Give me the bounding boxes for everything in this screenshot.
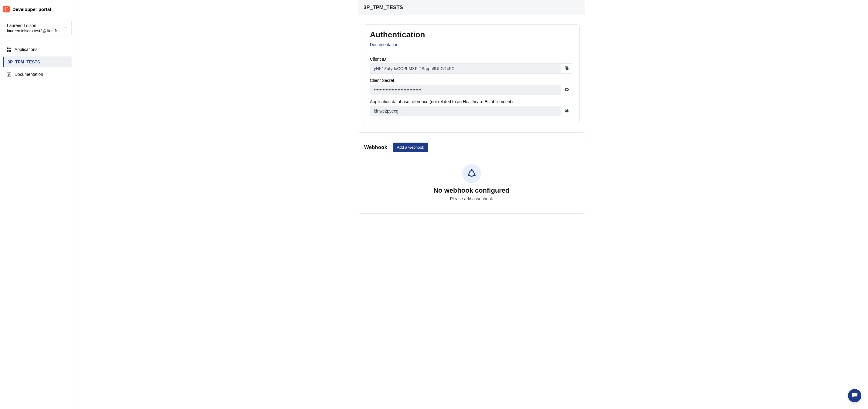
svg-point-10	[566, 89, 567, 90]
documentation-link[interactable]: Documentation	[370, 42, 399, 47]
chat-support-button[interactable]	[848, 389, 861, 402]
webhook-icon	[466, 168, 477, 180]
svg-rect-1	[7, 47, 8, 49]
sidebar: Developper portal Laureen Loison laureen…	[0, 0, 75, 409]
webhook-empty-icon-wrap	[462, 164, 481, 183]
main-content: 3P_TPM_TESTS Authentication Documentatio…	[75, 0, 868, 409]
chevron-down-icon	[63, 26, 68, 31]
auth-card: Authentication Documentation Client ID C…	[364, 24, 580, 123]
svg-rect-2	[7, 50, 8, 52]
client-id-field[interactable]	[370, 63, 561, 74]
eye-icon	[564, 87, 569, 93]
client-id-row	[370, 63, 573, 74]
db-ref-row	[370, 106, 573, 116]
copy-db-ref-button[interactable]	[561, 106, 573, 116]
svg-rect-3	[9, 50, 11, 52]
chat-icon	[851, 392, 858, 400]
auth-title: Authentication	[370, 30, 573, 39]
sidebar-item-documentation[interactable]: Documentation	[3, 68, 71, 80]
brand: Developper portal	[3, 4, 71, 16]
sidebar-item-applications[interactable]: Applications	[3, 44, 71, 55]
svg-rect-11	[566, 110, 568, 112]
client-id-label: Client ID	[370, 57, 573, 62]
copy-client-id-button[interactable]	[561, 63, 573, 74]
db-ref-label: Application database reference (not rela…	[370, 99, 573, 104]
user-email: laureen.loison+test2@lifen.fr	[7, 29, 57, 33]
webhook-empty-subtitle: Please add a webhook	[450, 196, 493, 201]
webhook-empty-title: No webhook configured	[433, 186, 509, 195]
brand-logo-icon	[3, 6, 10, 12]
svg-rect-0	[3, 6, 10, 12]
webhook-header: Webhook Add a webhook	[364, 143, 579, 152]
db-ref-field[interactable]	[370, 106, 561, 116]
webhook-empty-state: No webhook configured Please add a webho…	[364, 164, 579, 201]
sidebar-item-label: Documentation	[14, 72, 43, 77]
grid-plus-icon	[6, 47, 11, 52]
user-name: Laureen Loison	[7, 23, 57, 28]
sidebar-item-active-app[interactable]: 3P_TPM_TESTS	[3, 56, 71, 67]
toggle-secret-visibility-button[interactable]	[561, 85, 573, 95]
sidebar-item-label: 3P_TPM_TESTS	[8, 59, 40, 64]
svg-rect-8	[566, 67, 568, 70]
app-card: 3P_TPM_TESTS Authentication Documentatio…	[358, 0, 585, 133]
webhook-title: Webhook	[364, 144, 387, 150]
copy-icon	[564, 108, 569, 114]
brand-title: Developper portal	[12, 7, 51, 12]
user-info: Laureen Loison laureen.loison+test2@life…	[7, 23, 57, 33]
copy-icon	[564, 66, 569, 71]
sidebar-item-label: Applications	[14, 47, 38, 52]
add-webhook-button[interactable]: Add a webhook	[393, 143, 429, 152]
user-account-switcher[interactable]: Laureen Loison laureen.loison+test2@life…	[3, 20, 71, 36]
client-secret-field[interactable]	[370, 85, 561, 95]
client-secret-label: Client Secret	[370, 78, 573, 83]
webhook-card: Webhook Add a webhook	[358, 137, 585, 213]
client-secret-row	[370, 85, 573, 95]
doc-icon	[6, 71, 11, 77]
page-title: 3P_TPM_TESTS	[358, 0, 585, 15]
